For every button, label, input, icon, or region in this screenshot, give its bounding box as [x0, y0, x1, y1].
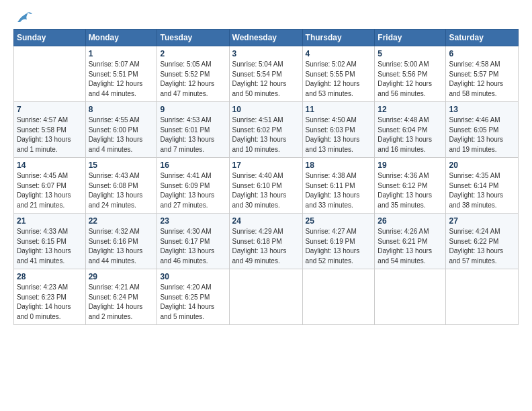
day-cell: 10Sunrise: 4:51 AM Sunset: 6:02 PM Dayli… — [229, 102, 302, 158]
day-number: 7 — [17, 105, 83, 114]
day-number: 12 — [378, 105, 443, 114]
calendar-table: SundayMondayTuesdayWednesdayThursdayFrid… — [13, 29, 519, 325]
day-info: Sunrise: 4:36 AM Sunset: 6:12 PM Dayligh… — [378, 171, 443, 210]
day-number: 26 — [378, 216, 443, 226]
day-cell: 11Sunrise: 4:50 AM Sunset: 6:03 PM Dayli… — [302, 102, 375, 158]
day-cell: 21Sunrise: 4:33 AM Sunset: 6:15 PM Dayli… — [14, 214, 86, 269]
week-row-5: 28Sunrise: 4:23 AM Sunset: 6:23 PM Dayli… — [14, 269, 519, 325]
day-cell: 18Sunrise: 4:38 AM Sunset: 6:11 PM Dayli… — [302, 158, 375, 214]
day-cell — [375, 269, 446, 325]
day-info: Sunrise: 5:05 AM Sunset: 5:52 PM Dayligh… — [160, 60, 226, 99]
day-cell: 27Sunrise: 4:24 AM Sunset: 6:22 PM Dayli… — [446, 214, 519, 269]
day-cell: 22Sunrise: 4:32 AM Sunset: 6:16 PM Dayli… — [85, 214, 157, 269]
day-cell — [446, 269, 519, 325]
day-info: Sunrise: 4:29 AM Sunset: 6:18 PM Dayligh… — [232, 227, 300, 266]
day-info: Sunrise: 4:21 AM Sunset: 6:24 PM Dayligh… — [89, 283, 154, 322]
logo-bird-icon — [15, 10, 34, 25]
day-cell: 28Sunrise: 4:23 AM Sunset: 6:23 PM Dayli… — [14, 269, 86, 325]
day-info: Sunrise: 5:04 AM Sunset: 5:54 PM Dayligh… — [232, 60, 300, 99]
logo — [13, 10, 34, 24]
day-info: Sunrise: 5:07 AM Sunset: 5:51 PM Dayligh… — [89, 60, 154, 99]
day-number: 17 — [232, 161, 300, 170]
day-cell: 16Sunrise: 4:41 AM Sunset: 6:09 PM Dayli… — [157, 158, 229, 214]
day-number: 5 — [378, 49, 443, 58]
weekday-header-monday: Monday — [85, 30, 157, 46]
day-number: 14 — [17, 161, 83, 170]
day-number: 1 — [89, 49, 154, 58]
day-cell: 26Sunrise: 4:26 AM Sunset: 6:21 PM Dayli… — [375, 214, 446, 269]
day-cell: 8Sunrise: 4:55 AM Sunset: 6:00 PM Daylig… — [85, 102, 157, 158]
day-info: Sunrise: 5:00 AM Sunset: 5:56 PM Dayligh… — [378, 60, 443, 99]
weekday-header-saturday: Saturday — [446, 30, 519, 46]
day-cell: 29Sunrise: 4:21 AM Sunset: 6:24 PM Dayli… — [85, 269, 157, 325]
day-cell: 1Sunrise: 5:07 AM Sunset: 5:51 PM Daylig… — [85, 46, 157, 102]
day-number: 3 — [232, 49, 300, 58]
day-cell: 23Sunrise: 4:30 AM Sunset: 6:17 PM Dayli… — [157, 214, 229, 269]
page: SundayMondayTuesdayWednesdayThursdayFrid… — [0, 0, 532, 411]
day-info: Sunrise: 4:24 AM Sunset: 6:22 PM Dayligh… — [449, 227, 515, 266]
weekday-header-row: SundayMondayTuesdayWednesdayThursdayFrid… — [14, 30, 519, 46]
day-cell: 24Sunrise: 4:29 AM Sunset: 6:18 PM Dayli… — [229, 214, 302, 269]
day-info: Sunrise: 4:51 AM Sunset: 6:02 PM Dayligh… — [232, 116, 300, 154]
day-cell — [302, 269, 375, 325]
day-number: 21 — [17, 216, 83, 226]
day-cell: 13Sunrise: 4:46 AM Sunset: 6:05 PM Dayli… — [446, 102, 519, 158]
weekday-header-thursday: Thursday — [302, 30, 375, 46]
day-info: Sunrise: 4:53 AM Sunset: 6:01 PM Dayligh… — [160, 116, 226, 154]
day-cell: 6Sunrise: 4:58 AM Sunset: 5:57 PM Daylig… — [446, 46, 519, 102]
day-number: 22 — [89, 216, 154, 226]
day-number: 29 — [89, 272, 154, 281]
day-cell: 25Sunrise: 4:27 AM Sunset: 6:19 PM Dayli… — [302, 214, 375, 269]
day-cell: 12Sunrise: 4:48 AM Sunset: 6:04 PM Dayli… — [375, 102, 446, 158]
day-cell: 4Sunrise: 5:02 AM Sunset: 5:55 PM Daylig… — [302, 46, 375, 102]
day-info: Sunrise: 4:46 AM Sunset: 6:05 PM Dayligh… — [449, 116, 515, 154]
week-row-3: 14Sunrise: 4:45 AM Sunset: 6:07 PM Dayli… — [14, 158, 519, 214]
day-number: 4 — [306, 49, 372, 58]
day-info: Sunrise: 4:23 AM Sunset: 6:23 PM Dayligh… — [17, 283, 83, 322]
day-cell: 20Sunrise: 4:35 AM Sunset: 6:14 PM Dayli… — [446, 158, 519, 214]
weekday-header-friday: Friday — [375, 30, 446, 46]
day-info: Sunrise: 5:02 AM Sunset: 5:55 PM Dayligh… — [306, 60, 372, 99]
day-number: 27 — [449, 216, 515, 226]
day-info: Sunrise: 4:58 AM Sunset: 5:57 PM Dayligh… — [449, 60, 515, 99]
day-number: 13 — [449, 105, 515, 114]
day-cell: 2Sunrise: 5:05 AM Sunset: 5:52 PM Daylig… — [157, 46, 229, 102]
day-info: Sunrise: 4:57 AM Sunset: 5:58 PM Dayligh… — [17, 116, 83, 154]
day-cell — [14, 46, 86, 102]
weekday-header-wednesday: Wednesday — [229, 30, 302, 46]
week-row-4: 21Sunrise: 4:33 AM Sunset: 6:15 PM Dayli… — [14, 214, 519, 269]
day-number: 16 — [160, 161, 226, 170]
week-row-2: 7Sunrise: 4:57 AM Sunset: 5:58 PM Daylig… — [14, 102, 519, 158]
day-info: Sunrise: 4:32 AM Sunset: 6:16 PM Dayligh… — [89, 227, 154, 266]
day-info: Sunrise: 4:45 AM Sunset: 6:07 PM Dayligh… — [17, 171, 83, 210]
day-info: Sunrise: 4:40 AM Sunset: 6:10 PM Dayligh… — [232, 171, 300, 210]
day-info: Sunrise: 4:33 AM Sunset: 6:15 PM Dayligh… — [17, 227, 83, 266]
weekday-header-sunday: Sunday — [14, 30, 86, 46]
day-number: 9 — [160, 105, 226, 114]
day-number: 10 — [232, 105, 300, 114]
day-cell: 7Sunrise: 4:57 AM Sunset: 5:58 PM Daylig… — [14, 102, 86, 158]
day-cell: 15Sunrise: 4:43 AM Sunset: 6:08 PM Dayli… — [85, 158, 157, 214]
day-info: Sunrise: 4:35 AM Sunset: 6:14 PM Dayligh… — [449, 171, 515, 210]
day-info: Sunrise: 4:48 AM Sunset: 6:04 PM Dayligh… — [378, 116, 443, 154]
day-cell: 30Sunrise: 4:20 AM Sunset: 6:25 PM Dayli… — [157, 269, 229, 325]
day-cell: 5Sunrise: 5:00 AM Sunset: 5:56 PM Daylig… — [375, 46, 446, 102]
day-number: 18 — [306, 161, 372, 170]
day-number: 25 — [306, 216, 372, 226]
day-info: Sunrise: 4:27 AM Sunset: 6:19 PM Dayligh… — [306, 227, 372, 266]
day-number: 8 — [89, 105, 154, 114]
day-number: 2 — [160, 49, 226, 58]
day-cell: 19Sunrise: 4:36 AM Sunset: 6:12 PM Dayli… — [375, 158, 446, 214]
day-info: Sunrise: 4:38 AM Sunset: 6:11 PM Dayligh… — [306, 171, 372, 210]
day-number: 11 — [306, 105, 372, 114]
day-info: Sunrise: 4:50 AM Sunset: 6:03 PM Dayligh… — [306, 116, 372, 154]
day-info: Sunrise: 4:55 AM Sunset: 6:00 PM Dayligh… — [89, 116, 154, 154]
day-cell: 3Sunrise: 5:04 AM Sunset: 5:54 PM Daylig… — [229, 46, 302, 102]
day-cell: 9Sunrise: 4:53 AM Sunset: 6:01 PM Daylig… — [157, 102, 229, 158]
day-info: Sunrise: 4:26 AM Sunset: 6:21 PM Dayligh… — [378, 227, 443, 266]
day-number: 23 — [160, 216, 226, 226]
day-cell — [229, 269, 302, 325]
day-number: 15 — [89, 161, 154, 170]
day-cell: 17Sunrise: 4:40 AM Sunset: 6:10 PM Dayli… — [229, 158, 302, 214]
day-number: 30 — [160, 272, 226, 281]
